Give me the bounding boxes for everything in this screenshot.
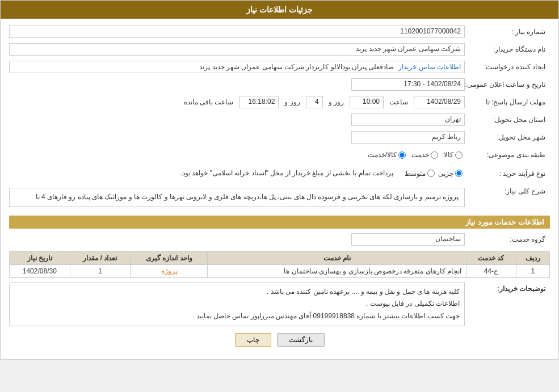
response-deadline-days: 4 [306,96,323,108]
category-option-kala[interactable]: کالا [444,151,463,159]
purchase-type-motavasset[interactable]: متوسط [405,170,435,178]
print-button[interactable]: چاپ [235,333,271,347]
motavasset-label: متوسط [405,170,426,178]
category-label: طبقه بندی موضوعی: [465,151,550,159]
response-deadline-date: 1402/08/29 [414,96,465,108]
purchase-type-row: نوع فرآیند خرید : متوسط جزیی پرداخت تمام… [9,165,550,182]
remaining-hours-label: ساعت باقی مانده [182,98,236,106]
response-deadline-time-label: ساعت [387,98,410,106]
page-title: جزئیات اطلاعات نیاز [246,5,313,14]
response-deadline-remaining: 16:18:02 [239,96,279,108]
service-group-value: ساختمان [351,233,465,246]
purchase-type-notice: پرداخت تمام یا بخشی از مبلغ خریدار از مح… [9,168,393,179]
category-khadmat-label: خدمت [411,151,429,159]
cell-quantity: 1 [70,264,130,277]
buyer-name-row: نام دستگاه خریدار: شرکت سهامی عمران شهر … [9,42,550,57]
col-row: ردیف [516,251,549,264]
cell-code: ج-44 [466,264,516,277]
announcement-date-value: 1402/08/24 - 17:30 [351,78,465,91]
province-label: استان محل تحویل: [465,116,550,124]
response-deadline-label: مهلت ارسال پاسخ: تا [465,98,550,106]
response-deadline-row: مهلت ارسال پاسخ: تا 1402/08/29 ساعت 10:0… [9,95,550,109]
response-deadline-remaining-label: روز و [282,98,302,106]
cell-service: انجام کارهای متفرقه درخصوص بازسازی و بهس… [208,264,466,277]
motavasset-radio[interactable] [427,170,435,177]
back-button[interactable]: بازگشت [277,333,325,347]
col-date: تاریخ نیاز [10,251,70,264]
category-option-khadmat[interactable]: خدمت [411,151,438,159]
response-deadline-days-label: روز و [326,98,346,106]
need-number-label: شماره نیاز : [465,28,550,36]
general-desc-row: شرح کلی نیاز: پروژه ترمیم و بازسازی لکه … [9,185,550,210]
buyer-name-value: شرکت سهامی عمران شهر جدید پرند [9,43,465,56]
cell-date: 1402/08/30 [10,264,70,277]
col-service: نام خدمت [208,251,466,264]
cell-row: 1 [516,264,549,277]
city-label: شهر محل تحویل: [465,133,550,141]
announcer-contact-link[interactable]: اطلاعات تماس خریدار [398,63,461,71]
buyer-notes-row: توضیحات خریدار: کلیه هزینه ها ی حمل و نق… [9,283,550,326]
service-group-label: گروه خدمت: [465,235,550,243]
page-header: جزئیات اطلاعات نیاز [1,1,558,19]
table-row: 1 ج-44 انجام کارهای متفرقه درخصوص بازساز… [10,264,550,277]
action-buttons: بازگشت چاپ [9,333,550,347]
general-desc-value: پروژه ترمیم و بازسازی لکه های تخریبی و ف… [9,188,465,207]
announcer-row: ایجاد کننده درخواست: اطلاعات تماس خریدار… [9,60,550,74]
services-table: ردیف کد خدمت نام خدمت واحد اندازه گیری ت… [9,251,550,278]
province-value: تهران [351,113,465,126]
service-group-row: گروه خدمت: ساختمان [9,232,550,247]
category-option-kala-khadmat[interactable]: کالا/خدمت [368,151,406,159]
category-khadmat-radio[interactable] [431,151,438,159]
col-unit: واحد اندازه گیری [131,251,208,264]
city-value: رباط کریم [351,131,465,144]
col-quantity: تعداد / مقدار [70,251,130,264]
need-number-row: شماره نیاز : 1102001077000042 [9,24,550,39]
jozi-radio[interactable] [455,170,463,177]
response-deadline-time: 10:00 [350,96,384,108]
category-kala-khadmat-label: کالا/خدمت [368,151,397,159]
category-kala-khadmat-radio[interactable] [398,151,406,159]
col-code: کد خدمت [466,251,516,264]
announcement-date-row: تاریخ و ساعت اعلان عمومی: 1402/08/24 - 1… [9,77,550,92]
city-row: شهر محل تحویل: رباط کریم [9,130,550,145]
buyer-notes-value: کلیه هزینه ها ی حمل و نقل و بیمه و .... … [9,283,465,326]
cell-unit: پروژه [131,264,208,277]
category-kala-radio[interactable] [455,151,463,159]
services-section-title: اطلاعات خدمات مورد نیاز [9,216,550,229]
jozi-label: جزیی [438,170,453,178]
category-kala-label: کالا [444,151,453,159]
province-row: استان محل تحویل: تهران [9,112,550,127]
announcement-date-label: تاریخ و ساعت اعلان عمومی: [465,81,550,88]
announcer-value: صادقعلی پیران بودالالو کاربردار شرکت سها… [13,63,398,71]
buyer-name-label: نام دستگاه خریدار: [465,45,550,53]
buyer-notes-label: توضیحات خریدار: [465,283,550,293]
need-number-value: 1102001077000042 [9,26,465,38]
general-desc-label: شرح کلی نیاز: [465,185,550,195]
announcer-label: ایجاد کننده درخواست: [465,63,550,71]
purchase-type-label: نوع فرآیند خرید : [465,170,550,178]
purchase-type-jozi[interactable]: جزیی [438,170,463,178]
category-row: طبقه بندی موضوعی: کالا/خدمت خدمت کالا [9,147,550,162]
